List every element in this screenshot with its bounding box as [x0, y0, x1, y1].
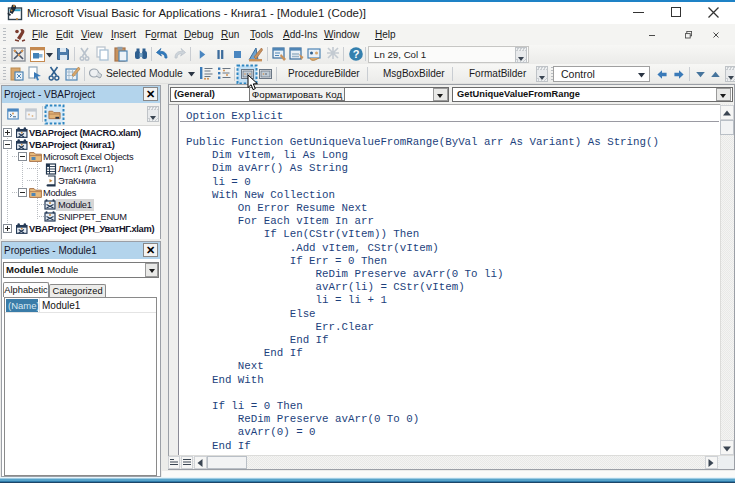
- svg-text:?: ?: [353, 48, 360, 60]
